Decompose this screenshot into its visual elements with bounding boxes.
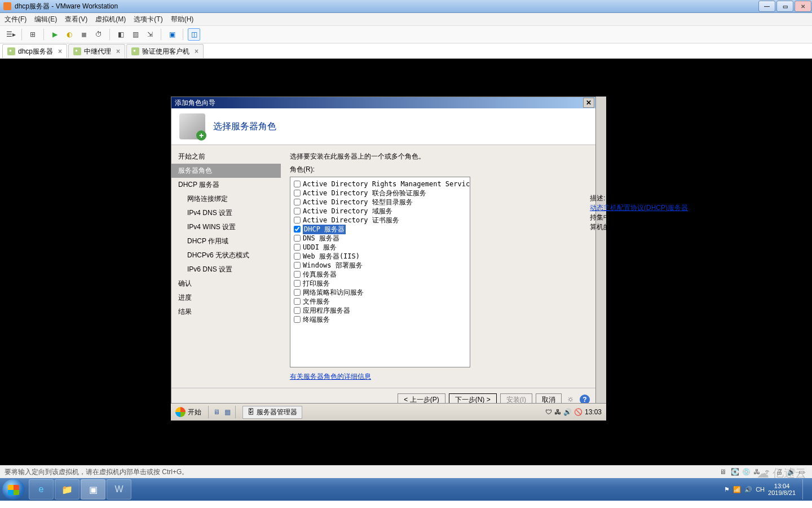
role-checkbox[interactable] xyxy=(294,181,301,187)
tray-blocked-icon[interactable]: 🚫 xyxy=(574,408,582,416)
role-checkbox-row[interactable]: DNS 服务器 xyxy=(293,234,467,243)
thumbnail-icon[interactable]: ⊞ xyxy=(27,28,39,41)
tray-network-icon[interactable]: 📶 xyxy=(733,486,741,493)
maximize-button[interactable]: ▭ xyxy=(776,1,793,12)
tray-volume-icon[interactable]: 🔊 xyxy=(563,408,572,416)
device-hdd-icon[interactable]: 💽 xyxy=(731,468,740,476)
guest-display[interactable]: 添加角色向导 ✕ 选择服务器角色 开始之前服务器角色DHCP 服务器网络连接绑定… xyxy=(0,59,812,465)
roles-listbox[interactable]: Active Directory Rights Management Servi… xyxy=(290,177,470,367)
role-checkbox[interactable] xyxy=(294,208,301,214)
role-checkbox[interactable] xyxy=(294,226,301,233)
quick-launch-icon[interactable]: ▦ xyxy=(224,408,231,416)
suspend-icon[interactable]: ◐ xyxy=(63,28,76,41)
device-cd-icon[interactable]: 💿 xyxy=(742,468,751,476)
role-checkbox-row[interactable]: Active Directory 轻型目录服务 xyxy=(293,198,467,207)
role-checkbox-row[interactable]: 网络策略和访问服务 xyxy=(293,288,467,297)
taskbar-server-manager[interactable]: 🗄 服务器管理器 xyxy=(242,406,302,419)
multimon-icon[interactable]: ▥ xyxy=(129,28,142,41)
show-desktop-button[interactable] xyxy=(802,479,809,500)
power-off-icon[interactable]: ◼ xyxy=(78,28,90,41)
wizard-nav-item[interactable]: IPv4 WINS 设置 xyxy=(171,220,281,234)
tray-lang[interactable]: CH xyxy=(756,486,765,493)
guest-start-button[interactable]: 开始 xyxy=(171,404,206,421)
role-checkbox-row[interactable]: UDDI 服务 xyxy=(293,243,467,252)
taskbar-explorer-icon[interactable]: 📁 xyxy=(55,479,80,500)
close-icon[interactable]: × xyxy=(58,47,62,55)
taskbar-ie-icon[interactable]: e xyxy=(29,479,54,500)
wizard-nav-item[interactable]: 服务器角色 xyxy=(171,164,281,178)
fullscreen-icon[interactable]: ▣ xyxy=(166,28,178,41)
wizard-nav-item[interactable]: 进度 xyxy=(171,291,281,305)
tab-relay-agent[interactable]: 中继代理 × xyxy=(68,44,125,58)
role-checkbox[interactable] xyxy=(294,235,301,242)
guest-clock[interactable]: 13:03 xyxy=(585,408,602,416)
close-icon[interactable]: × xyxy=(116,47,120,55)
menu-vm[interactable]: 虚拟机(M) xyxy=(95,15,126,24)
menu-edit[interactable]: 编辑(E) xyxy=(34,15,57,24)
role-checkbox-row[interactable]: 文件服务 xyxy=(293,297,467,306)
role-checkbox[interactable] xyxy=(294,244,301,251)
snapshot-icon[interactable]: ⏱ xyxy=(92,28,105,41)
host-start-button[interactable] xyxy=(2,479,25,500)
taskbar-word-icon[interactable]: W xyxy=(107,479,131,500)
wizard-nav-item[interactable]: 网络连接绑定 xyxy=(171,192,281,206)
role-checkbox-row[interactable]: Active Directory 联合身份验证服务 xyxy=(293,189,467,198)
tray-network-icon[interactable]: 🖧 xyxy=(554,408,561,416)
menu-file[interactable]: 文件(F) xyxy=(5,15,27,24)
role-checkbox[interactable] xyxy=(294,316,301,323)
tray-flag-icon[interactable]: ⚑ xyxy=(724,486,730,493)
role-checkbox-row[interactable]: Active Directory Rights Management Servi… xyxy=(293,179,467,189)
wizard-nav-item[interactable]: 确认 xyxy=(171,277,281,291)
power-on-icon[interactable]: ▶ xyxy=(48,28,61,41)
role-checkbox[interactable] xyxy=(294,307,301,314)
wizard-nav-item[interactable]: IPv6 DNS 设置 xyxy=(171,262,281,277)
taskbar-vmware-icon[interactable]: ▣ xyxy=(81,479,105,500)
wizard-nav-item[interactable]: DHCP 服务器 xyxy=(171,178,281,192)
role-checkbox[interactable] xyxy=(294,190,301,196)
role-checkbox-row[interactable]: 应用程序服务器 xyxy=(293,306,467,315)
menu-help[interactable]: 帮助(H) xyxy=(171,15,194,24)
role-checkbox-row[interactable]: Active Directory 域服务 xyxy=(293,207,467,216)
wizard-nav-item[interactable]: DHCP 作用域 xyxy=(171,234,281,248)
tab-dhcp-server[interactable]: dhcp服务器 × xyxy=(2,44,67,58)
role-checkbox[interactable] xyxy=(294,271,301,278)
show-desktop-icon[interactable]: 🖥 xyxy=(213,408,220,416)
role-checkbox-row[interactable]: Web 服务器(IIS) xyxy=(293,252,467,261)
device-monitor-icon[interactable]: 🖥 xyxy=(720,468,729,476)
role-checkbox[interactable] xyxy=(294,280,301,287)
menu-tabs[interactable]: 选项卡(T) xyxy=(134,15,162,24)
wizard-options-icon[interactable]: ⛭ xyxy=(567,396,574,404)
tray-volume-icon[interactable]: 🔊 xyxy=(744,486,752,493)
stretch-icon[interactable]: ⇲ xyxy=(144,28,156,41)
wizard-titlebar[interactable]: 添加角色向导 ✕ xyxy=(171,97,595,108)
wizard-nav-item[interactable]: 结果 xyxy=(171,305,281,319)
console-icon[interactable]: ◫ xyxy=(188,28,200,41)
minimize-button[interactable]: — xyxy=(758,1,775,12)
host-clock[interactable]: 13:042019/8/21 xyxy=(768,483,796,496)
role-checkbox-row[interactable]: 终端服务 xyxy=(293,315,467,324)
close-button[interactable]: ✕ xyxy=(795,1,811,12)
unity-icon[interactable]: ◧ xyxy=(114,28,127,41)
library-icon[interactable]: ☰▸ xyxy=(5,28,17,41)
more-info-link[interactable]: 有关服务器角色的详细信息 xyxy=(290,372,371,382)
role-checkbox-row[interactable]: 打印服务 xyxy=(293,279,467,288)
role-checkbox[interactable] xyxy=(294,298,301,305)
dhcp-desc-link[interactable]: 动态主机配置协议(DHCP)服务器 xyxy=(590,204,688,212)
role-checkbox[interactable] xyxy=(294,253,301,260)
wizard-nav-item[interactable]: 开始之前 xyxy=(171,150,281,164)
close-icon[interactable]: × xyxy=(195,47,198,55)
role-checkbox-row[interactable]: Windows 部署服务 xyxy=(293,261,467,270)
tab-verify-client[interactable]: 验证使用客户机 × xyxy=(126,44,204,58)
menu-view[interactable]: 查看(V) xyxy=(65,15,87,24)
role-checkbox-row[interactable]: Active Directory 证书服务 xyxy=(293,216,467,225)
role-checkbox[interactable] xyxy=(294,262,301,269)
wizard-close-button[interactable]: ✕ xyxy=(583,98,594,108)
tray-security-icon[interactable]: 🛡 xyxy=(545,408,552,416)
wizard-nav-item[interactable]: DHCPv6 无状态模式 xyxy=(171,248,281,262)
role-checkbox[interactable] xyxy=(294,289,301,296)
role-checkbox[interactable] xyxy=(294,217,301,224)
role-checkbox-row[interactable]: DHCP 服务器 xyxy=(293,225,467,234)
role-checkbox[interactable] xyxy=(294,199,301,205)
wizard-nav-item[interactable]: IPv4 DNS 设置 xyxy=(171,206,281,220)
role-checkbox-row[interactable]: 传真服务器 xyxy=(293,270,467,279)
